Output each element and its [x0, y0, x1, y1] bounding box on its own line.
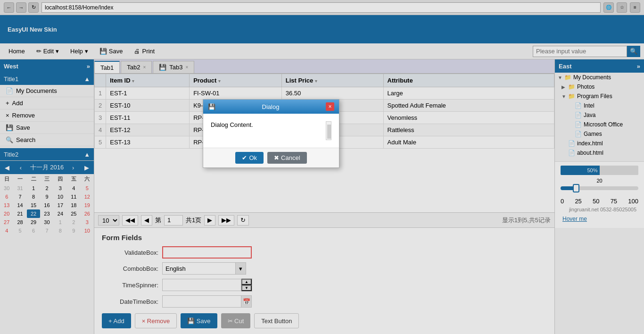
col-attr[interactable]: Attribute: [383, 74, 554, 87]
cal-next-year[interactable]: ▶: [83, 164, 91, 171]
west-item-add[interactable]: + Add: [0, 97, 94, 109]
back-button[interactable]: ←: [4, 2, 14, 13]
tree-item-msoffice[interactable]: 📄 Microsoft Office: [555, 120, 644, 129]
tree-item-photos[interactable]: ▶ 📁 Photos: [555, 82, 644, 92]
menu-home[interactable]: Home: [4, 46, 30, 57]
add-button[interactable]: + Add: [102, 313, 131, 328]
first-page-button[interactable]: ◀◀: [122, 215, 138, 225]
menu-help[interactable]: Help ▾: [66, 46, 93, 57]
col-item-id[interactable]: Item ID ▾: [106, 74, 190, 87]
cal-next-month[interactable]: ›: [70, 164, 76, 171]
cal-cell[interactable]: 13: [0, 201, 13, 209]
cal-cell[interactable]: 1: [27, 184, 40, 192]
search-button[interactable]: 🔍: [627, 46, 640, 57]
cal-cell[interactable]: 10: [54, 192, 67, 201]
cal-cell[interactable]: 12: [81, 192, 94, 201]
west-collapse-icon[interactable]: »: [87, 63, 90, 70]
cal-cell[interactable]: 3: [81, 218, 94, 226]
tab-1[interactable]: Tab1: [94, 61, 120, 73]
search-input[interactable]: [533, 46, 627, 57]
hover-link[interactable]: Hover me: [562, 216, 587, 222]
cal-cell[interactable]: 31: [13, 184, 26, 192]
cal-cell[interactable]: 17: [54, 201, 67, 209]
tree-item-intel[interactable]: 📄 Intel: [555, 101, 644, 110]
combo-dropdown-button[interactable]: ▾: [236, 262, 246, 275]
tree-item-java[interactable]: 📄 Java: [555, 110, 644, 120]
cal-cell[interactable]: 30: [40, 218, 53, 226]
cal-cell[interactable]: 2: [40, 184, 53, 192]
cal-cell[interactable]: 20: [0, 209, 13, 218]
tree-item-programfiles[interactable]: ▼ 📁 Program Files: [555, 92, 644, 101]
dialog-cancel-button[interactable]: ✖ Cancel: [267, 152, 306, 164]
cal-cell[interactable]: 15: [27, 201, 40, 209]
east-expand-icon[interactable]: »: [637, 63, 640, 70]
cal-cell[interactable]: 25: [67, 209, 80, 218]
cal-cell[interactable]: 9: [67, 226, 80, 235]
west-item-search[interactable]: 🔍 Search: [0, 134, 94, 146]
cal-cell-today[interactable]: 22: [27, 209, 40, 218]
tab-2-close-icon[interactable]: ×: [143, 65, 146, 70]
west-item-save[interactable]: 💾 Save: [0, 122, 94, 134]
datetime-calendar-button[interactable]: 📅: [241, 295, 252, 308]
star-icon[interactable]: ☆: [617, 2, 627, 13]
cal-cell[interactable]: 30: [0, 184, 13, 192]
text-button[interactable]: Text Button: [254, 313, 299, 328]
cal-cell[interactable]: 2: [67, 218, 80, 226]
cal-cell[interactable]: 6: [0, 192, 13, 201]
cal-cell[interactable]: 9: [40, 192, 53, 201]
title2-arrow-icon[interactable]: ▲: [84, 151, 90, 158]
west-item-documents[interactable]: 📄 My Documents: [0, 85, 94, 97]
menu-icon[interactable]: ≡: [630, 2, 640, 13]
cal-cell[interactable]: 24: [54, 209, 67, 218]
cal-cell[interactable]: 16: [40, 201, 53, 209]
page-number-input[interactable]: [164, 215, 183, 225]
dialog-ok-button[interactable]: ✔ Ok: [235, 152, 264, 164]
datetime-input[interactable]: [162, 295, 241, 308]
dialog-scroll-thumb[interactable]: [327, 125, 331, 139]
combo-input[interactable]: [162, 262, 236, 275]
url-bar[interactable]: [41, 2, 601, 13]
cal-cell[interactable]: 8: [54, 226, 67, 235]
tab-2[interactable]: Tab2 ×: [121, 61, 152, 73]
cal-cell[interactable]: 29: [27, 218, 40, 226]
cal-cell[interactable]: 8: [27, 192, 40, 201]
refresh-button[interactable]: ↻: [28, 2, 39, 13]
cal-cell[interactable]: 5: [81, 184, 94, 192]
spinner-up-button[interactable]: ▲: [241, 279, 252, 285]
col-product[interactable]: Product ▾: [190, 74, 282, 87]
cal-cell[interactable]: 4: [67, 184, 80, 192]
last-page-button[interactable]: ▶▶: [218, 215, 234, 225]
cal-cell[interactable]: 14: [13, 201, 26, 209]
tree-item-about[interactable]: 📄 about.html: [555, 148, 644, 158]
table-row[interactable]: 1 EST-1 FI-SW-01 36.50 Large: [95, 87, 554, 100]
refresh-table-button[interactable]: ↻: [237, 215, 249, 225]
save-form-button[interactable]: 💾 Save: [181, 313, 217, 328]
tab-3[interactable]: 💾 Tab3 ×: [153, 61, 194, 73]
spinner-input[interactable]: [162, 279, 241, 291]
cal-cell[interactable]: 10: [81, 226, 94, 235]
slider-track[interactable]: [561, 186, 638, 190]
forward-button[interactable]: →: [16, 2, 26, 13]
spinner-down-button[interactable]: ▼: [241, 285, 252, 291]
cal-cell[interactable]: 7: [13, 192, 26, 201]
dialog-scrollbar[interactable]: [326, 121, 331, 140]
cal-cell[interactable]: 18: [67, 201, 80, 209]
tree-item-games[interactable]: 📄 Games: [555, 129, 644, 139]
cal-cell[interactable]: 11: [67, 192, 80, 201]
col-price[interactable]: List Price ▾: [281, 74, 383, 87]
cal-cell[interactable]: 26: [81, 209, 94, 218]
tree-item-index[interactable]: 📄 index.html: [555, 139, 644, 148]
menu-print[interactable]: 🖨 Print: [129, 46, 159, 57]
slider-knob[interactable]: [573, 184, 579, 192]
cal-cell[interactable]: 19: [81, 201, 94, 209]
tree-item-mydocs[interactable]: ▼ 📁 My Documents: [555, 73, 644, 82]
cal-cell[interactable]: 5: [13, 226, 26, 235]
next-page-button[interactable]: ▶: [204, 215, 215, 225]
menu-edit[interactable]: ✏ Edit ▾: [32, 46, 64, 57]
cal-cell[interactable]: 7: [40, 226, 53, 235]
cut-button[interactable]: ✂ Cut: [221, 313, 251, 328]
cal-cell[interactable]: 21: [13, 209, 26, 218]
remove-button[interactable]: × Remove: [135, 313, 177, 328]
cal-cell[interactable]: 1: [54, 218, 67, 226]
translate-icon[interactable]: 🌐: [603, 2, 614, 13]
